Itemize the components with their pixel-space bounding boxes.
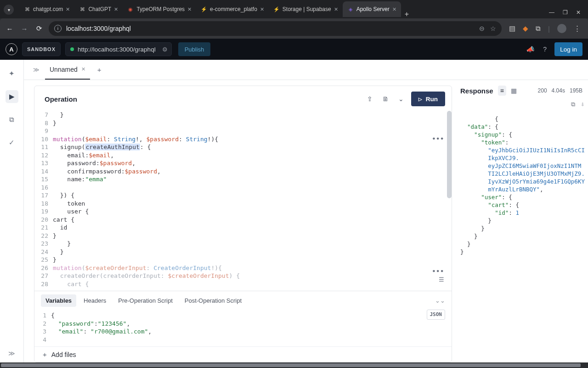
search-in-page-icon[interactable]: ⊝ <box>479 25 485 32</box>
window-minimize[interactable]: — <box>549 9 554 16</box>
sandbox-badge: SANDBOX <box>22 42 61 56</box>
endpoint-selector[interactable]: http://localhost:3000/graphql ⚙ <box>65 42 172 56</box>
share-operation-icon[interactable]: ⇪ <box>364 95 375 103</box>
rail-schema-icon[interactable]: ✦ <box>6 67 18 80</box>
operation-title: Operation <box>45 95 77 103</box>
close-tab-icon[interactable]: ✕ <box>260 6 264 12</box>
add-operation-tab[interactable]: + <box>92 66 107 74</box>
close-tab-icon[interactable]: ✕ <box>114 6 118 12</box>
copy-response-icon[interactable]: ⧉ <box>571 100 575 108</box>
response-body[interactable]: ⧉ ⇩ { "data": { "signup": { "token": "ey… <box>458 99 588 362</box>
collapse-panel-icon[interactable]: ⌄⌄ <box>435 297 445 304</box>
close-tab-icon[interactable]: ✕ <box>187 6 192 12</box>
left-rail: ✦ ▶ ⧉ ✓ ≫ <box>0 60 24 362</box>
response-title: Response <box>460 87 493 95</box>
close-tab-icon[interactable]: ✕ <box>334 6 338 12</box>
operation-menu-chevron[interactable]: ⌄ <box>396 95 407 103</box>
new-tab-button[interactable]: + <box>405 10 409 18</box>
bookmark-icon[interactable]: ☆ <box>490 25 496 32</box>
tab-search-dropdown[interactable]: ▾ <box>4 5 14 15</box>
url-bar[interactable]: i localhost:3000/graphql ⊝ ☆ <box>49 21 502 36</box>
browser-tab[interactable]: ⌘ chatgpt.com ✕ <box>19 1 74 17</box>
connection-status-dot <box>70 47 74 51</box>
apollo-header: A SANDBOX http://localhost:3000/graphql … <box>0 39 588 60</box>
endpoint-url: http://localhost:3000/graphql <box>78 46 156 53</box>
line-actions-icon[interactable]: ••• <box>432 135 444 143</box>
favicon: ◉ <box>127 6 134 12</box>
close-tab-icon[interactable]: ✕ <box>81 66 85 72</box>
window-close[interactable]: ✕ <box>576 9 581 16</box>
add-files-label: Add files <box>51 351 76 358</box>
response-time: 4.04s <box>552 87 565 94</box>
endpoint-settings-icon[interactable]: ⚙ <box>162 46 168 53</box>
run-button[interactable]: ▷ Run <box>411 92 445 106</box>
response-view-json-icon[interactable]: ≡ <box>498 86 506 96</box>
response-status: 200 <box>538 87 547 94</box>
plus-icon: + <box>43 351 47 358</box>
operation-tabs-overflow[interactable]: ≫ <box>29 64 43 75</box>
tab-label: e-commerce_platfo <box>210 6 257 12</box>
viewport-horizontal-scrollbar[interactable] <box>0 362 588 368</box>
browser-tab[interactable]: ◉ TypeORM Postgres ✕ <box>123 1 196 17</box>
extensions-icon[interactable]: ⧉ <box>536 24 541 33</box>
translate-extension-icon[interactable]: ▤ <box>509 24 515 33</box>
prettify-icon[interactable]: ☰ <box>439 276 444 284</box>
browser-tab[interactable]: ⚡ Storage | Supabase ✕ <box>269 1 343 17</box>
download-response-icon[interactable]: ⇩ <box>581 100 584 108</box>
line-actions-icon[interactable]: ••• <box>432 267 444 276</box>
bottom-tab[interactable]: Variables <box>41 294 76 307</box>
bottom-tab[interactable]: Headers <box>79 294 111 307</box>
rail-explorer-icon[interactable]: ▶ <box>6 90 18 103</box>
nav-forward: → <box>19 25 29 33</box>
apollo-logo[interactable]: A <box>6 43 17 55</box>
tab-label: Apollo Server <box>356 6 390 12</box>
rail-diff-icon[interactable]: ⧉ <box>6 113 18 126</box>
publish-button[interactable]: Publish <box>178 42 211 56</box>
site-info-icon[interactable]: i <box>54 25 62 32</box>
tab-label: ChatGPT <box>88 6 111 12</box>
tab-label: Storage | Supabase <box>283 6 331 12</box>
login-button[interactable]: Log in <box>554 42 582 56</box>
bottom-tab[interactable]: Pre-Operation Script <box>113 294 177 307</box>
nav-reload[interactable]: ⟳ <box>34 24 44 33</box>
play-icon: ▷ <box>418 97 422 102</box>
operation-tab-bar: ≫ Unnamed ✕ + <box>24 60 588 80</box>
help-icon[interactable]: ? <box>540 46 550 53</box>
response-view-table-icon[interactable]: ▦ <box>511 87 517 94</box>
operation-editor[interactable]: 7 8 9 10 11 12 13 14 15 16 17 18 19 20 2… <box>34 111 452 291</box>
operation-tab-active[interactable]: Unnamed ✕ <box>45 60 90 80</box>
favicon: ⚡ <box>201 6 207 12</box>
close-tab-icon[interactable]: ✕ <box>392 6 396 12</box>
browser-tab[interactable]: ◈ Apollo Server ✕ <box>343 1 401 17</box>
response-size: 195B <box>570 87 582 94</box>
run-label: Run <box>426 96 438 103</box>
editor-scrollbar[interactable] <box>447 111 452 198</box>
browser-tab[interactable]: ⌘ ChatGPT ✕ <box>74 1 123 17</box>
window-maximize[interactable]: ❐ <box>563 9 568 16</box>
variables-editor[interactable]: 1 2 3 4 { "password":"123456", "email": … <box>34 310 452 346</box>
favicon: ⌘ <box>79 6 85 12</box>
add-files-button[interactable]: + Add files <box>34 346 452 362</box>
nav-back[interactable]: ← <box>5 25 15 33</box>
rail-expand-icon[interactable]: ≫ <box>8 350 15 357</box>
announcement-icon[interactable]: 📣 <box>525 46 535 53</box>
browser-menu-icon[interactable]: ⋮ <box>574 24 581 33</box>
profile-avatar[interactable] <box>557 24 566 33</box>
url-text: localhost:3000/graphql <box>66 25 131 32</box>
browser-tab-strip: ⌘ chatgpt.com ✕⌘ ChatGPT ✕◉ TypeORM Post… <box>0 0 588 18</box>
close-tab-icon[interactable]: ✕ <box>66 6 70 12</box>
json-badge: JSON <box>427 310 446 320</box>
save-operation-icon[interactable]: 🗎 <box>380 95 391 103</box>
operation-tab-label: Unnamed <box>50 66 78 73</box>
bottom-tab[interactable]: Post-Operation Script <box>180 294 246 307</box>
browser-nav-bar: ← → ⟳ i localhost:3000/graphql ⊝ ☆ ▤ ◆ ⧉… <box>0 18 588 39</box>
tab-label: chatgpt.com <box>33 6 63 12</box>
favicon: ⚡ <box>273 6 280 12</box>
tab-label: TypeORM Postgres <box>136 6 185 12</box>
rail-checks-icon[interactable]: ✓ <box>6 136 18 149</box>
metamask-extension-icon[interactable]: ◆ <box>523 24 528 33</box>
browser-tab[interactable]: ⚡ e-commerce_platfo ✕ <box>196 1 269 17</box>
favicon: ⌘ <box>24 6 30 12</box>
favicon: ◈ <box>347 6 354 12</box>
